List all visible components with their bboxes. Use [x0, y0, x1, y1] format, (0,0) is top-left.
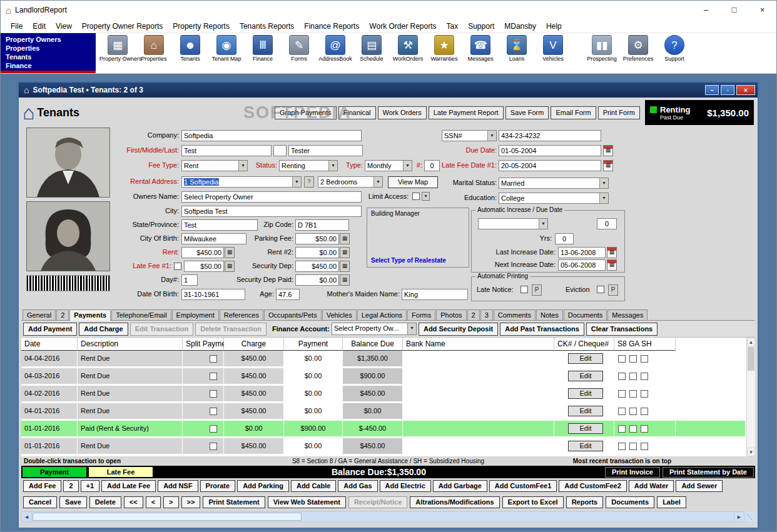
s8-ga-sh-checkbox[interactable] — [629, 355, 637, 363]
nav-property-owners[interactable]: Property Owners — [6, 35, 96, 44]
rent-calc-icon[interactable]: ▦ — [225, 247, 235, 258]
tab-2-11[interactable]: 2 — [467, 309, 480, 320]
s8-ga-sh-checkbox[interactable] — [641, 355, 648, 363]
due-date-field[interactable]: 01-05-2004 — [499, 145, 601, 156]
add-gas-button[interactable]: Add Gas — [338, 480, 377, 492]
toolbar-messages[interactable]: ☎Messages — [462, 34, 499, 62]
security-dep-paid-field[interactable]: $0.00 — [295, 274, 339, 286]
first-name-field[interactable]: Test — [181, 145, 272, 156]
tab-notes-14[interactable]: Notes — [536, 309, 563, 320]
city-field[interactable]: Softpedia Test — [181, 206, 362, 217]
status-select[interactable]: Renting▼ — [279, 160, 338, 171]
rent2-calc-icon[interactable]: ▦ — [340, 247, 350, 258]
scroll-right-icon[interactable]: ► — [734, 511, 744, 522]
edit-transaction-button[interactable]: Edit — [568, 371, 603, 381]
split-payment-checkbox[interactable] — [210, 355, 217, 363]
toolbar-prospecting[interactable]: ▮▮Prospecting — [584, 34, 620, 62]
toolbar-schedule[interactable]: ▤Schedule — [353, 34, 390, 62]
tab-documents-15[interactable]: Documents — [564, 309, 607, 320]
minimize-button[interactable]: – — [692, 1, 720, 19]
late-fee-date1-field[interactable]: 20-05-2004 — [499, 160, 601, 171]
print-statement-by-date-button[interactable]: Print Statement by Date — [663, 467, 754, 478]
tab-2-1[interactable]: 2 — [56, 309, 69, 320]
split-payment-checkbox[interactable] — [210, 373, 217, 380]
toolbar-tenants[interactable]: ☻Tenants — [172, 34, 208, 62]
due-date-calendar-icon[interactable]: ▦ — [603, 145, 613, 156]
table-row-1[interactable]: 04-03-2016Rent Due$450.00$0.00$900.00Edi… — [21, 368, 746, 384]
toolbar-property-owners[interactable]: ▦Property Owners — [99, 34, 136, 62]
item-button[interactable]: << — [124, 496, 143, 508]
company-field[interactable]: Softpedia — [181, 130, 362, 141]
child-close-button[interactable]: × — [736, 85, 755, 95]
clear-transactions-button[interactable]: Clear Transactions — [586, 323, 658, 336]
s8-ga-sh-checkbox[interactable] — [629, 373, 637, 380]
s8-ga-sh-checkbox[interactable] — [629, 390, 637, 398]
s8-ga-sh-checkbox[interactable] — [629, 425, 637, 433]
chevron-down-icon[interactable]: ▼ — [407, 323, 416, 334]
chevron-down-icon[interactable]: ▼ — [599, 178, 608, 188]
add-past-transactions-button[interactable]: Add Past Transactions — [500, 323, 584, 336]
s8-ga-sh-checkbox[interactable] — [629, 443, 637, 450]
edit-transaction-button[interactable]: Edit — [568, 423, 603, 434]
limit-access-checkbox[interactable] — [412, 193, 420, 200]
add-fee-button[interactable]: Add Fee — [23, 480, 61, 492]
s8-ga-sh-checkbox[interactable] — [641, 390, 648, 398]
item-button[interactable]: >> — [181, 496, 201, 508]
zip-field[interactable]: D 7B1 — [295, 219, 349, 231]
owners-name-field[interactable]: Select Property Owner — [181, 191, 362, 203]
last-increase-calendar-icon[interactable]: ▦ — [607, 247, 617, 258]
ssn-field[interactable]: 434-23-4232 — [499, 130, 601, 141]
city-of-birth-field[interactable]: Milwaukee — [181, 233, 246, 244]
header-late-payment-report-button[interactable]: Late Payment Report — [429, 106, 504, 119]
s8-ga-sh-checkbox[interactable] — [641, 408, 648, 415]
s8-ga-sh-checkbox[interactable] — [618, 443, 626, 450]
edit-transaction-button[interactable]: Edit — [568, 388, 603, 399]
add-sewer-button[interactable]: Add Sewer — [676, 480, 723, 492]
2-button[interactable]: 2 — [63, 480, 78, 492]
tab-messages-16[interactable]: Messages — [607, 309, 648, 320]
label-button[interactable]: Label — [657, 496, 686, 508]
scroll-thumb[interactable] — [33, 513, 302, 521]
menu-mdansby[interactable]: MDansby — [499, 21, 541, 32]
help-button[interactable]: ? — [304, 176, 314, 188]
s8-ga-sh-checkbox[interactable] — [641, 443, 648, 450]
late-fee-date1-calendar-icon[interactable]: ▦ — [603, 160, 613, 171]
eviction-checkbox[interactable] — [597, 286, 604, 293]
menu-file[interactable]: File — [6, 21, 28, 32]
altrations-modifications-button[interactable]: Altrations/Modifications — [410, 496, 499, 508]
menu-edit[interactable]: Edit — [28, 21, 51, 32]
toolbar-vehicles[interactable]: VVehicles — [535, 34, 571, 62]
delete-button[interactable]: Delete — [89, 496, 121, 508]
add-charge-button[interactable]: Add Charge — [79, 323, 128, 336]
prorate-button[interactable]: Prorate — [200, 480, 236, 492]
tab-references-5[interactable]: References — [220, 309, 263, 320]
export-to-excel-button[interactable]: Export to Excel — [502, 496, 564, 508]
add-electric-button[interactable]: Add Electric — [380, 480, 431, 492]
day-field[interactable]: 1 — [181, 274, 198, 286]
header-work-orders-button[interactable]: Work Orders — [378, 106, 427, 119]
chevron-down-icon[interactable]: ▼ — [292, 177, 301, 187]
parking-fee-field[interactable]: $50.00 — [295, 233, 339, 244]
marital-select[interactable]: Married▼ — [499, 178, 609, 189]
s8-ga-sh-checkbox[interactable] — [618, 425, 626, 433]
cancel-button[interactable]: Cancel — [23, 496, 57, 508]
child-minimize-button[interactable]: – — [705, 85, 719, 95]
child-restore-button[interactable]: ▫ — [721, 85, 734, 95]
scroll-left-icon[interactable]: ◄ — [21, 511, 32, 522]
table-row-0[interactable]: 04-04-2016Rent Due$450.00$0.00$1,350.00E… — [21, 351, 746, 366]
horizontal-scrollbar[interactable]: ◄ ► ⋱ — [21, 511, 755, 522]
ssn-select[interactable]: SSN#▼ — [442, 130, 497, 141]
bedrooms-select[interactable]: 2 Bedrooms▼ — [318, 176, 383, 188]
parking-fee-calc-icon[interactable]: ▦ — [340, 233, 350, 244]
middle-name-field[interactable] — [273, 145, 287, 156]
add-customfee1-button[interactable]: Add CustomFee1 — [489, 480, 557, 492]
scroll-track[interactable] — [32, 511, 734, 522]
late-fee1-checkbox[interactable] — [174, 263, 181, 270]
scroll-up-icon[interactable]: ▲ — [747, 338, 755, 346]
s8-ga-sh-checkbox[interactable] — [618, 373, 626, 380]
scroll-thumb[interactable] — [748, 347, 754, 371]
toolbar-support[interactable]: ?Support — [656, 34, 693, 62]
type-select[interactable]: Monthly▼ — [365, 160, 412, 171]
add-payment-button[interactable]: Add Payment — [23, 323, 77, 336]
next-increase-field[interactable]: 05-06-2008 — [558, 259, 606, 271]
